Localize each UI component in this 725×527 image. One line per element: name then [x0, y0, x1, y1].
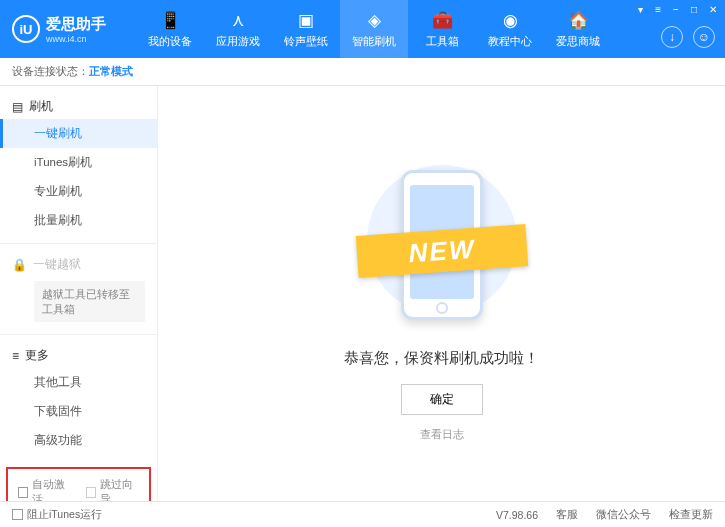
footer-link-support[interactable]: 客服: [556, 508, 578, 522]
user-icon[interactable]: ☺: [693, 26, 715, 48]
download-icon[interactable]: ↓: [661, 26, 683, 48]
logo-area: iU 爱思助手 www.i4.cn: [0, 15, 136, 44]
nav-tabs: 📱我的设备 ⋏应用游戏 ▣铃声壁纸 ◈智能刷机 🧰工具箱 ◉教程中心 🏠爱思商城: [136, 0, 612, 58]
app-name: 爱思助手: [46, 15, 106, 34]
header-actions: ↓ ☺: [661, 26, 715, 48]
success-message: 恭喜您，保资料刷机成功啦！: [344, 349, 539, 368]
jailbreak-note: 越狱工具已转移至工具箱: [34, 281, 145, 322]
lock-icon: 🔒: [12, 258, 27, 272]
tutorial-icon: ◉: [503, 10, 518, 31]
sidebar-item-pro-flash[interactable]: 专业刷机: [0, 177, 157, 206]
status-label: 设备连接状态：: [12, 64, 89, 79]
tab-store[interactable]: 🏠爱思商城: [544, 0, 612, 58]
footer-link-update[interactable]: 检查更新: [669, 508, 713, 522]
sidebar-item-batch-flash[interactable]: 批量刷机: [0, 206, 157, 235]
tab-apps-games[interactable]: ⋏应用游戏: [204, 0, 272, 58]
sidebar-head-flash[interactable]: ▤刷机: [0, 94, 157, 119]
sidebar: ▤刷机 一键刷机 iTunes刷机 专业刷机 批量刷机 🔒一键越狱 越狱工具已转…: [0, 86, 158, 501]
logo-icon: iU: [12, 15, 40, 43]
flash-icon: ◈: [368, 10, 381, 31]
checkbox-block-itunes[interactable]: 阻止iTunes运行: [12, 508, 102, 522]
apps-icon: ⋏: [232, 10, 244, 31]
phone-illustration: NEW: [367, 155, 517, 335]
header-bar: iU 爱思助手 www.i4.cn 📱我的设备 ⋏应用游戏 ▣铃声壁纸 ◈智能刷…: [0, 0, 725, 58]
ringtone-icon: ▣: [298, 10, 314, 31]
footer-bar: 阻止iTunes运行 V7.98.66 客服 微信公众号 检查更新: [0, 501, 725, 527]
maximize-icon[interactable]: □: [689, 2, 699, 17]
status-bar: 设备连接状态： 正常模式: [0, 58, 725, 86]
options-highlight: 自动激活 跳过向导: [6, 467, 151, 501]
tab-smart-flash[interactable]: ◈智能刷机: [340, 0, 408, 58]
close-icon[interactable]: ✕: [707, 2, 719, 17]
footer-link-wechat[interactable]: 微信公众号: [596, 508, 651, 522]
flash-section-icon: ▤: [12, 100, 23, 114]
sidebar-head-more[interactable]: ≡更多: [0, 343, 157, 368]
toolbox-icon: 🧰: [432, 10, 453, 31]
menu-icon[interactable]: ▾: [636, 2, 645, 17]
more-icon: ≡: [12, 349, 19, 363]
sidebar-item-itunes-flash[interactable]: iTunes刷机: [0, 148, 157, 177]
checkbox-skip-guide[interactable]: 跳过向导: [86, 477, 140, 501]
device-icon: 📱: [160, 10, 181, 31]
list-icon[interactable]: ≡: [653, 2, 663, 17]
main-content: NEW 恭喜您，保资料刷机成功啦！ 确定 查看日志: [158, 86, 725, 501]
version-label: V7.98.66: [496, 509, 538, 521]
tab-toolbox[interactable]: 🧰工具箱: [408, 0, 476, 58]
sidebar-item-one-key-flash[interactable]: 一键刷机: [0, 119, 157, 148]
minimize-icon[interactable]: −: [671, 2, 681, 17]
tab-ringtones[interactable]: ▣铃声壁纸: [272, 0, 340, 58]
sidebar-item-download-firmware[interactable]: 下载固件: [0, 397, 157, 426]
sidebar-head-jailbreak: 🔒一键越狱: [0, 252, 157, 277]
checkbox-auto-activate[interactable]: 自动激活: [18, 477, 72, 501]
window-controls: ▾ ≡ − □ ✕: [636, 2, 719, 17]
ok-button[interactable]: 确定: [401, 384, 483, 415]
sidebar-item-advanced[interactable]: 高级功能: [0, 426, 157, 455]
sidebar-item-other-tools[interactable]: 其他工具: [0, 368, 157, 397]
tab-my-device[interactable]: 📱我的设备: [136, 0, 204, 58]
tab-tutorials[interactable]: ◉教程中心: [476, 0, 544, 58]
status-mode: 正常模式: [89, 64, 133, 79]
app-url: www.i4.cn: [46, 34, 106, 44]
view-log-link[interactable]: 查看日志: [420, 427, 464, 442]
store-icon: 🏠: [568, 10, 589, 31]
